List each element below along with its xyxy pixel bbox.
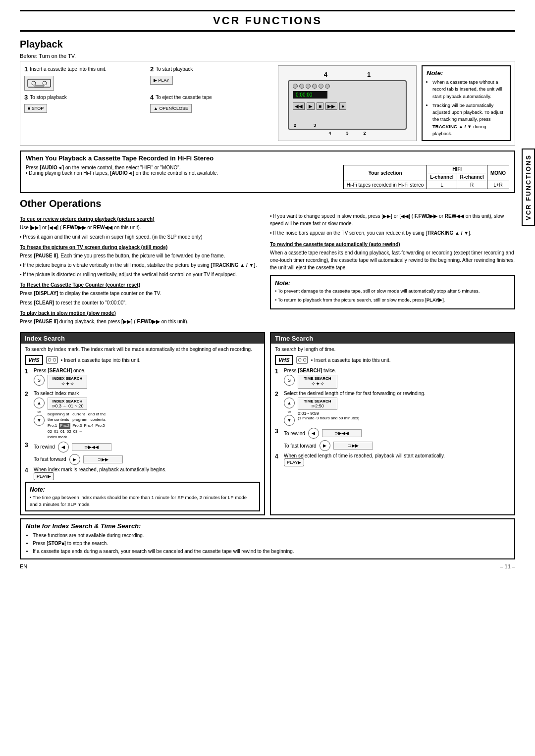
note-for-search: Note for Index Search & Time Search: The… [20,518,515,559]
time-search-section: Time Search To search by length of time.… [270,332,515,515]
search-button-icon: S [34,375,45,386]
ops-note: Note: • To prevent damage to the cassett… [270,275,515,309]
page-title: VCR FUNCTIONS [20,10,515,32]
language-label: EN [20,563,27,569]
time-step-2: 2 Select the desired length of time for … [275,391,510,426]
cassette-icon [24,76,54,91]
step-2: 2 To start playback ▶ PLAY [150,65,273,91]
index-search-title: Index Search [21,333,264,344]
up-arrow-2-icon: ▲ [284,398,295,408]
hifi-title: When You Playback a Cassette Tape Record… [26,154,509,162]
other-ops-title: Other Operations [20,198,515,209]
fwd-indicator-2: ⊃▶▶ [333,442,373,450]
playback-steps: 1 Insert a cassette tape into this unit.… [24,65,273,141]
step-1: 1 Insert a cassette tape into this unit. [24,65,147,91]
time-search-title: Time Search [271,333,514,344]
time-step-3: 3 To rewind ◀ ⊃▶◀◀ To fast forward ▶ ⊃▶▶ [275,428,510,451]
svg-point-5 [48,358,51,361]
index-search-display-1: INDEX SEARCH ✧✦✧ [48,375,87,389]
cassette-small-icon [46,355,58,364]
up-arrow-icon: ▲ [34,398,45,408]
index-search-display-2: INDEX SEARCH ⊃0.3 ← 01 ~ 20 [48,398,87,410]
fforward-icon: ▶ [69,454,80,465]
index-step-1: 1 Press [SEARCH] once. S INDEX SEARCH ✧✦… [25,368,260,389]
index-note: Note: • The time gap between index marks… [25,482,260,512]
playback-title: Playback [20,39,515,50]
svg-point-8 [298,358,301,361]
ops-left-col: To cue or review picture during playback… [20,212,265,327]
index-search-section: Index Search To search by index mark. Th… [20,332,265,515]
play-label-2: PLAY▶ [284,458,304,466]
rew-indicator-2: ⊃▶◀◀ [322,429,362,437]
index-step-3: 3 To rewind ◀ ⊃▶◀◀ To fast forward ▶ ⊃▶▶ [25,442,260,465]
down-arrow-2-icon: ▼ [284,415,295,426]
index-logo-row: VHS • Insert a cassette tape into this u… [25,355,260,365]
stop-button-icon: ■ STOP [24,104,47,113]
index-step-2: 2 To select index mark ▲ or ▼ INDEX SEAR… [25,391,260,440]
eject-button-icon: ▲ OPEN/CLOSE [150,104,192,113]
play-button-icon: ▶ PLAY [150,76,173,85]
rec-btn: ● [339,102,346,110]
playback-steps-grid: 1 Insert a cassette tape into this unit.… [24,65,273,113]
fwd-btn: ▶▶ [325,102,337,110]
time-logo-row: VHS • Insert a cassette tape into this u… [275,355,510,365]
bottom-sections: Index Search To search by index mark. Th… [20,332,515,515]
rew-btn: ◀◀ [293,102,305,110]
playback-note: Note: When a cassette tape without a rec… [422,65,511,141]
btn-dot [306,84,311,89]
fwd-indicator: ⊃▶▶ [83,455,123,463]
time-step-1: 1 Press [SEARCH] twice. S TIME SEARCH ✧✦… [275,368,510,389]
page-number: – 11 – [500,563,515,569]
rew-indicator: ⊃▶◀◀ [72,443,111,451]
device-diagram: 4 1 0:00:00 ◀◀ ▶ ■ ▶▶ ● [278,65,417,141]
display-area: 0:00:00 [293,91,327,99]
rewind-2-icon: ◀ [308,428,319,439]
hifi-table: Your selection HIFI MONO L-channel R-cha… [343,165,509,189]
hifi-section: When You Playback a Cassette Tape Record… [20,151,515,193]
svg-point-1 [32,81,36,85]
side-label: VCR FUNCTIONS [522,149,535,226]
other-ops-content: To cue or review picture during playback… [20,212,515,327]
btn-dot [325,84,330,89]
vcr-panel: 0:00:00 ◀◀ ▶ ■ ▶▶ ● 2 3 [288,80,407,130]
cassette-small-icon-2 [296,355,308,364]
step-4: 4 To eject the cassette tape ▲ OPEN/CLOS… [150,94,273,113]
svg-point-2 [43,81,47,85]
svg-point-6 [53,358,56,361]
index-step-4: 4 When index mark is reached, playback a… [25,467,260,479]
ops-right-col: • If you want to change speed in slow mo… [270,212,515,327]
playback-diagram: 1 Insert a cassette tape into this unit.… [20,61,515,146]
down-arrow-icon: ▼ [34,415,45,426]
play-label: PLAY▶ [34,472,54,480]
play-btn: ▶ [307,102,315,110]
diagram-numbers: 4 1 [324,71,371,78]
svg-rect-3 [35,85,44,87]
btn-dot [312,84,317,89]
fforward-2-icon: ▶ [320,440,330,451]
rewind-icon: ◀ [58,442,69,453]
btn-dot [299,84,304,89]
footer: EN – 11 – [20,563,515,569]
stop-btn: ■ [317,102,323,110]
btn-dot [319,84,323,89]
search-button-2-icon: S [284,375,295,386]
btn-dot [293,84,298,89]
time-step-4: 4 When selected length of time is reache… [275,453,510,465]
time-search-display-2: TIME SEARCH ⊃2:50 [298,398,337,410]
step-3: 3 To stop playback ■ STOP [24,94,147,113]
time-search-display-1: TIME SEARCH ✧✦✧ [298,375,337,389]
before-text: Before: Turn on the TV. [20,53,515,59]
svg-point-9 [303,358,306,361]
